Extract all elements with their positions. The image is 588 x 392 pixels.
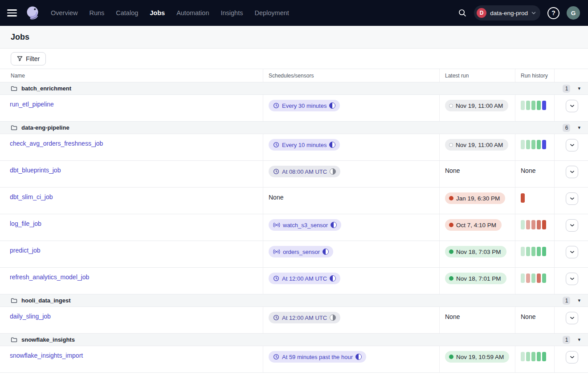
row-expand-button[interactable] <box>566 312 578 324</box>
group-row: batch_enrichment1▾ <box>0 82 588 95</box>
run-history-chip[interactable] <box>531 247 535 256</box>
job-link[interactable]: dbt_slim_ci_job <box>10 193 53 200</box>
run-history-chip[interactable] <box>531 140 535 149</box>
row-expand-button[interactable] <box>566 246 578 258</box>
hamburger-menu-icon[interactable] <box>7 7 19 19</box>
run-history-chip[interactable] <box>537 101 541 110</box>
run-history-chip[interactable] <box>526 352 530 361</box>
run-history-chip[interactable] <box>526 274 530 283</box>
job-link[interactable]: log_file_job <box>10 220 41 227</box>
schedule-badge[interactable]: Every 30 minutes <box>269 100 340 111</box>
dagster-logo-icon[interactable] <box>24 4 41 21</box>
run-history-chip[interactable] <box>531 220 535 229</box>
help-icon[interactable]: ? <box>547 7 559 19</box>
run-history-chip[interactable] <box>542 220 546 229</box>
sensor-badge[interactable]: orders_sensor <box>269 246 333 257</box>
group-collapse-caret-icon[interactable]: ▾ <box>577 298 581 303</box>
schedule-badge[interactable]: At 12:00 AM UTC <box>269 312 340 323</box>
sensor-badge[interactable]: watch_s3_sensor <box>269 219 341 231</box>
group-collapse-caret-icon[interactable]: ▾ <box>577 125 581 131</box>
run-history-chip[interactable] <box>521 140 525 149</box>
run-history-chip[interactable] <box>531 274 535 283</box>
run-history-chip[interactable] <box>542 101 546 110</box>
run-history-chip[interactable] <box>521 352 525 361</box>
run-history-chips <box>521 351 546 361</box>
schedule-toggle[interactable] <box>323 249 329 255</box>
latest-run-badge[interactable]: Nov 19, 10:59 AM <box>445 351 509 363</box>
run-history-chip[interactable] <box>542 352 546 361</box>
latest-run-badge[interactable]: Nov 19, 11:00 AM <box>445 139 508 151</box>
row-expand-button[interactable] <box>566 139 578 151</box>
nav-item-catalog[interactable]: Catalog <box>116 9 138 16</box>
job-link[interactable]: check_avg_orders_freshness_job <box>10 140 103 147</box>
run-history-chip[interactable] <box>531 101 535 110</box>
run-history-chip[interactable] <box>537 220 541 229</box>
run-history-chip[interactable] <box>521 101 525 110</box>
schedule-badge[interactable]: At 08:00 AM UTC <box>269 166 340 177</box>
schedule-toggle[interactable] <box>329 142 335 148</box>
schedule-toggle[interactable] <box>331 222 337 228</box>
folder-icon <box>11 337 17 343</box>
row-expand-button[interactable] <box>566 192 578 205</box>
schedule-badge[interactable]: At 12:00 AM UTC <box>269 273 340 284</box>
deployment-switcher[interactable]: D data-eng-prod <box>474 5 540 20</box>
job-name-cell: run_etl_pipeline <box>0 95 263 121</box>
job-link[interactable]: predict_job <box>10 247 41 254</box>
schedule-badge[interactable]: Every 10 minutes <box>269 139 340 151</box>
group-collapse-caret-icon[interactable]: ▾ <box>577 86 581 91</box>
actions-cell <box>554 134 588 160</box>
row-expand-button[interactable] <box>566 219 578 232</box>
schedule-toggle[interactable] <box>330 314 336 321</box>
latest-run-badge[interactable]: Jan 19, 6:30 PM <box>445 192 505 204</box>
run-history-chip[interactable] <box>521 274 525 283</box>
run-history-chip[interactable] <box>526 101 530 110</box>
run-history-chip[interactable] <box>542 140 546 149</box>
run-history-chip[interactable] <box>542 274 546 283</box>
nav-item-jobs[interactable]: Jobs <box>150 9 165 16</box>
nav-item-runs[interactable]: Runs <box>89 9 104 16</box>
user-avatar[interactable]: G <box>567 6 580 20</box>
run-history-chip[interactable] <box>537 352 541 361</box>
latest-run-time: Nov 19, 10:59 AM <box>456 354 504 360</box>
latest-run-badge[interactable]: Nov 18, 7:01 PM <box>445 273 506 284</box>
row-expand-button[interactable] <box>566 273 578 285</box>
row-expand-button[interactable] <box>566 100 578 112</box>
nav-item-overview[interactable]: Overview <box>51 9 78 16</box>
schedule-label: At 12:00 AM UTC <box>282 314 327 321</box>
search-icon[interactable] <box>458 8 467 17</box>
run-history-chip[interactable] <box>526 220 530 229</box>
run-status-icon <box>449 104 453 108</box>
job-link[interactable]: refresh_analytics_model_job <box>10 274 89 281</box>
run-history-chip[interactable] <box>526 247 530 256</box>
filter-button[interactable]: Filter <box>11 52 46 65</box>
latest-run-badge[interactable]: Oct 7, 4:10 PM <box>445 219 502 231</box>
run-history-chip[interactable] <box>537 274 541 283</box>
run-history-chip[interactable] <box>526 140 530 149</box>
row-expand-button[interactable] <box>566 351 578 363</box>
job-link[interactable]: dbt_blueprints_job <box>10 167 61 174</box>
run-history-chip[interactable] <box>531 352 535 361</box>
job-link[interactable]: daily_sling_job <box>10 313 51 320</box>
table-row: daily_sling_jobAt 12:00 AM UTCNoneNone <box>0 307 588 334</box>
schedule-toggle[interactable] <box>330 275 336 282</box>
job-link[interactable]: snowflake_insights_import <box>10 352 83 359</box>
latest-run-badge[interactable]: Nov 18, 7:03 PM <box>445 246 506 257</box>
schedule-toggle[interactable] <box>330 168 336 175</box>
run-history-chip[interactable] <box>521 220 525 229</box>
run-history-chip[interactable] <box>537 247 541 256</box>
job-link[interactable]: run_etl_pipeline <box>10 101 54 108</box>
nav-item-insights[interactable]: Insights <box>220 9 243 16</box>
row-expand-button[interactable] <box>566 166 578 178</box>
latest-run-badge[interactable]: Nov 19, 11:00 AM <box>445 100 508 111</box>
schedule-badge[interactable]: At 59 minutes past the hour <box>269 351 366 363</box>
group-collapse-caret-icon[interactable]: ▾ <box>577 337 581 343</box>
schedule-toggle[interactable] <box>355 354 362 360</box>
nav-item-deployment[interactable]: Deployment <box>254 9 289 16</box>
schedule-toggle[interactable] <box>329 102 335 109</box>
nav-item-automation[interactable]: Automation <box>176 9 209 16</box>
clock-icon <box>273 142 279 148</box>
run-history-chip[interactable] <box>521 247 525 256</box>
run-history-chip[interactable] <box>542 247 546 256</box>
run-history-chip[interactable] <box>521 193 525 203</box>
run-history-chip[interactable] <box>537 140 541 149</box>
